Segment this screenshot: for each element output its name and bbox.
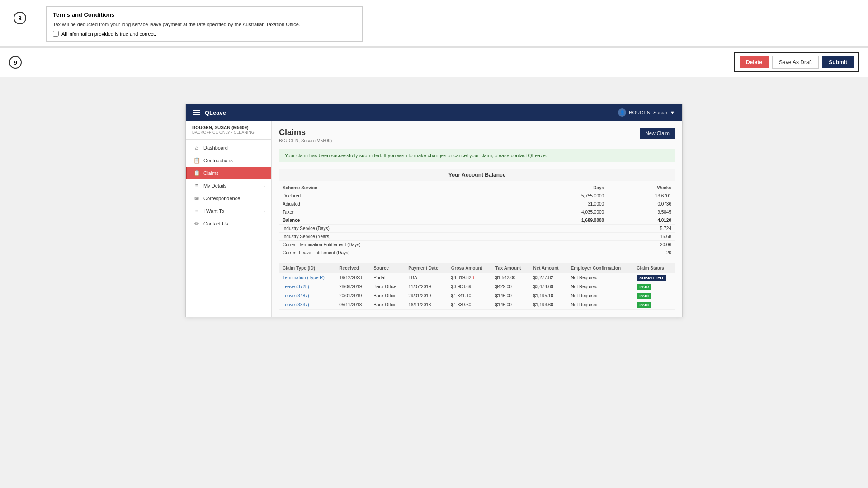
sidebar-label-dashboard: Dashboard — [203, 145, 228, 150]
claims-subtitle: BOUGEN, Susan (M5609) — [279, 138, 332, 143]
app-header-left: QLeave — [193, 109, 226, 116]
balance-label: Balance — [279, 216, 523, 225]
claims-icon: 📋 — [193, 170, 200, 176]
balance-weeks: 9.5845 — [608, 208, 675, 216]
balance-label: Declared — [279, 192, 523, 200]
claim-net: $3,277.82 — [533, 275, 553, 280]
balance-row: Industry Service (Years)15.68 — [279, 233, 675, 241]
sidebar-item-correspondence[interactable]: ✉ Correspondence — [186, 192, 271, 205]
sidebar-label-contact-us: Contact Us — [203, 221, 228, 226]
claim-type-link[interactable]: Leave (3487) — [283, 293, 309, 298]
sidebar-item-i-want-to[interactable]: ≡ I Want To › — [186, 205, 271, 217]
balance-label: Industry Service (Years) — [279, 233, 523, 241]
arrow-my-details: › — [264, 183, 265, 188]
claims-table: Claim Type (ID)ReceivedSourcePayment Dat… — [279, 263, 675, 310]
balance-row: Adjusted31.00000.0736 — [279, 200, 675, 208]
claim-employer: Not Required — [571, 293, 598, 298]
balance-weeks: 13.6701 — [608, 192, 675, 200]
sidebar-label-claims: Claims — [203, 170, 219, 176]
contributions-icon: 📋 — [193, 157, 200, 164]
terms-checkbox-label: All information provided is true and cor… — [61, 31, 156, 37]
claims-header-7: Employer Confirmation — [567, 263, 633, 273]
my-details-icon: ≡ — [193, 183, 200, 189]
claim-source: Portal — [373, 275, 385, 280]
balance-weeks: 20.06 — [608, 241, 675, 249]
balance-days: 5,755.0000 — [523, 192, 608, 200]
claim-source: Back Office — [373, 302, 396, 307]
success-banner: Your claim has been successfully submitt… — [279, 149, 675, 162]
balance-days — [523, 225, 608, 233]
step-8-circle: 8 — [14, 12, 26, 24]
balance-weeks: 5.724 — [608, 225, 675, 233]
claim-employer: Not Required — [571, 284, 598, 289]
app-title: QLeave — [205, 109, 226, 116]
claims-header-6: Net Amount — [529, 263, 567, 273]
hamburger-icon[interactable] — [193, 110, 200, 115]
balance-row: Industry Service (Days)5.724 — [279, 225, 675, 233]
claim-source: Back Office — [373, 284, 396, 289]
user-dropdown-arrow: ▼ — [670, 110, 675, 115]
balance-row: Current Termination Entitlement (Days)20… — [279, 241, 675, 249]
claim-net: $1,195.10 — [533, 293, 553, 298]
balance-weeks: 0.0736 — [608, 200, 675, 208]
app-header-right[interactable]: 👤 BOUGEN, Susan ▼ — [618, 108, 675, 117]
balance-days — [523, 249, 608, 257]
balance-label: Industry Service (Days) — [279, 225, 523, 233]
claims-header-3: Payment Date — [405, 263, 448, 273]
claim-received: 19/12/2023 — [339, 275, 362, 280]
table-row: Leave (3337)05/11/2018Back Office16/11/2… — [279, 300, 675, 310]
balance-weeks: 4.0120 — [608, 216, 675, 225]
claims-header-0: Claim Type (ID) — [279, 263, 335, 273]
balance-row: Current Leave Entitlement (Days)20 — [279, 249, 675, 257]
sidebar-item-contributions[interactable]: 📋 Contributions — [186, 154, 271, 167]
claims-header-1: Received — [335, 263, 370, 273]
balance-header-1: Days — [523, 184, 608, 192]
balance-days: 1,689.0000 — [523, 216, 608, 225]
claim-payment-date: 16/11/2018 — [408, 302, 431, 307]
sidebar-item-dashboard[interactable]: ⌂ Dashboard — [186, 141, 271, 154]
user-avatar: 👤 — [618, 108, 626, 117]
terms-text: Tax will be deducted from your long serv… — [53, 22, 356, 27]
account-balance-table: Scheme ServiceDaysWeeks Declared5,755.00… — [279, 184, 675, 257]
sidebar-label-contributions: Contributions — [203, 158, 233, 163]
balance-days — [523, 241, 608, 249]
step-9-circle: 9 — [9, 56, 22, 69]
terms-checkbox[interactable] — [53, 31, 59, 37]
balance-days — [523, 233, 608, 241]
account-balance-title: Your Account Balance — [279, 169, 675, 181]
claim-tax: $1,542.00 — [495, 275, 516, 280]
claims-header-4: Gross Amount — [448, 263, 492, 273]
claim-net: $1,193.60 — [533, 302, 553, 307]
save-draft-button[interactable]: Save As Draft — [772, 56, 819, 69]
claim-net: $3,474.69 — [533, 284, 553, 289]
info-icon: ℹ — [472, 275, 474, 280]
claim-received: 20/01/2019 — [339, 293, 362, 298]
header-username: BOUGEN, Susan — [629, 110, 667, 115]
delete-button[interactable]: Delete — [740, 56, 769, 68]
submit-button[interactable]: Submit — [822, 56, 854, 68]
claim-received: 05/11/2018 — [339, 302, 362, 307]
sidebar-item-my-details[interactable]: ≡ My Details › — [186, 179, 271, 192]
claim-type-link[interactable]: Leave (3337) — [283, 302, 309, 307]
balance-weeks: 15.68 — [608, 233, 675, 241]
app-body: BOUGEN, SUSAN (M5609) BACKOFFICE ONLY - … — [186, 121, 682, 317]
claim-status-badge: PAID — [637, 284, 651, 290]
claim-status-badge: PAID — [637, 302, 651, 308]
balance-label: Current Termination Entitlement (Days) — [279, 241, 523, 249]
claim-gross: $3,903.69 — [451, 284, 472, 289]
balance-label: Current Leave Entitlement (Days) — [279, 249, 523, 257]
claim-type-link[interactable]: Termination (Type R) — [283, 275, 325, 280]
claim-gross: $1,339.60 — [451, 302, 472, 307]
action-buttons-container: Delete Save As Draft Submit — [734, 52, 859, 72]
new-claim-button[interactable]: New Claim — [640, 128, 675, 139]
claim-type-link[interactable]: Leave (3728) — [283, 284, 309, 289]
sidebar-item-claims[interactable]: 📋 Claims — [186, 167, 271, 179]
sidebar-label-my-details: My Details — [203, 183, 226, 188]
sidebar: BOUGEN, SUSAN (M5609) BACKOFFICE ONLY - … — [186, 121, 272, 317]
claims-title: Claims — [279, 128, 332, 137]
claim-status-badge: PAID — [637, 293, 651, 299]
dashboard-icon: ⌂ — [193, 145, 200, 151]
sidebar-item-contact-us[interactable]: ✏ Contact Us — [186, 217, 271, 230]
claim-tax: $429.00 — [495, 284, 512, 289]
balance-weeks: 20 — [608, 249, 675, 257]
